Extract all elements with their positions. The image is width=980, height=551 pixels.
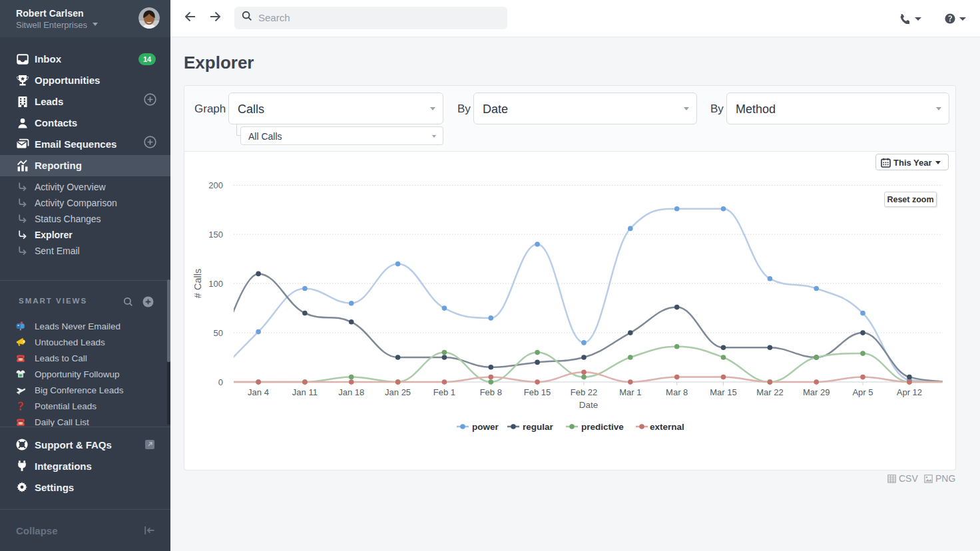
svg-text:Apr 5: Apr 5 — [852, 387, 873, 397]
svg-text:Mar 15: Mar 15 — [710, 387, 736, 397]
svg-text:Jan 4: Jan 4 — [248, 387, 269, 397]
svg-text:150: 150 — [208, 230, 223, 240]
svg-text:100: 100 — [208, 279, 223, 289]
svg-text:200: 200 — [208, 180, 223, 190]
svg-text:Jan 18: Jan 18 — [338, 387, 364, 397]
svg-text:Mar 22: Mar 22 — [756, 387, 783, 397]
svg-text:Jan 25: Jan 25 — [385, 387, 411, 397]
svg-text:Apr 12: Apr 12 — [897, 387, 922, 397]
svg-text:Date: Date — [579, 400, 599, 410]
svg-text:# Calls: # Calls — [192, 269, 203, 298]
svg-text:power: power — [472, 422, 499, 432]
svg-text:Feb 15: Feb 15 — [524, 387, 551, 397]
svg-text:Jan 11: Jan 11 — [292, 387, 318, 397]
svg-text:50: 50 — [214, 328, 223, 338]
svg-text:Feb 8: Feb 8 — [480, 387, 502, 397]
svg-text:Mar 29: Mar 29 — [803, 387, 830, 397]
svg-text:external: external — [650, 422, 684, 432]
svg-text:regular: regular — [523, 422, 554, 432]
svg-text:0: 0 — [218, 377, 223, 387]
svg-text:Mar 1: Mar 1 — [619, 387, 641, 397]
svg-text:predictive: predictive — [581, 422, 624, 432]
svg-text:Feb 1: Feb 1 — [433, 387, 455, 397]
svg-text:Mar 8: Mar 8 — [666, 387, 688, 397]
svg-text:Feb 22: Feb 22 — [571, 387, 597, 397]
